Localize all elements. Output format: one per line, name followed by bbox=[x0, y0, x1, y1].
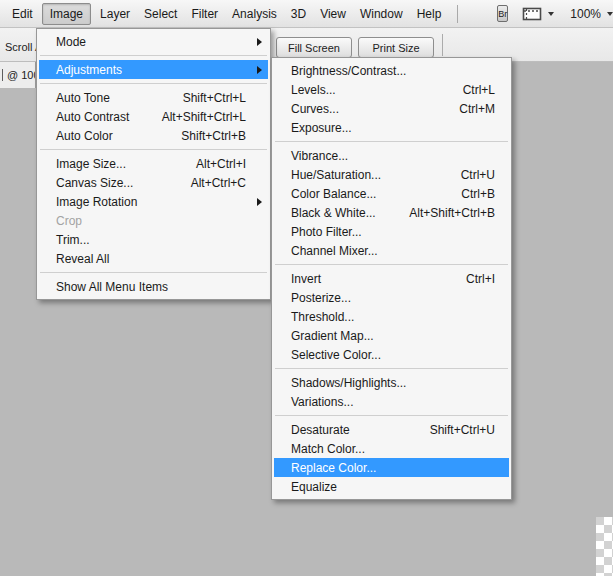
submenu-item-equalize[interactable]: Equalize bbox=[274, 477, 509, 496]
adjustments-submenu: Brightness/Contrast... Levels... Ctrl+L … bbox=[271, 57, 512, 500]
photoshop-window: Edit Image Layer Select Filter Analysis … bbox=[0, 0, 613, 576]
chevron-down-icon bbox=[607, 12, 613, 16]
menubar-item-layer[interactable]: Layer bbox=[93, 0, 137, 28]
submenu-item-gradient-map[interactable]: Gradient Map... bbox=[274, 326, 509, 345]
menu-item-auto-tone[interactable]: Auto Tone Shift+Ctrl+L bbox=[39, 88, 268, 107]
menubar-item-window[interactable]: Window bbox=[353, 0, 410, 28]
menubar-item-filter[interactable]: Filter bbox=[184, 0, 225, 28]
submenu-item-hue-saturation[interactable]: Hue/Saturation... Ctrl+U bbox=[274, 165, 509, 184]
submenu-item-exposure[interactable]: Exposure... bbox=[274, 118, 509, 137]
submenu-arrow-icon bbox=[257, 66, 262, 74]
submenu-item-shadows-highlights[interactable]: Shadows/Highlights... bbox=[274, 373, 509, 392]
submenu-item-replace-color[interactable]: Replace Color... bbox=[274, 458, 509, 477]
menu-separator bbox=[40, 79, 267, 88]
submenu-item-variations[interactable]: Variations... bbox=[274, 392, 509, 411]
menu-item-image-size[interactable]: Image Size... Alt+Ctrl+I bbox=[39, 154, 268, 173]
print-size-button[interactable]: Print Size bbox=[358, 37, 434, 58]
menu-bar: Edit Image Layer Select Filter Analysis … bbox=[0, 0, 613, 28]
submenu-item-brightness-contrast[interactable]: Brightness/Contrast... bbox=[274, 61, 509, 80]
zoom-level-value: 100% bbox=[570, 7, 601, 21]
menu-separator bbox=[275, 137, 508, 146]
submenu-arrow-icon bbox=[257, 198, 262, 206]
submenu-item-match-color[interactable]: Match Color... bbox=[274, 439, 509, 458]
launch-bridge-button[interactable]: Br bbox=[497, 5, 508, 22]
menu-separator bbox=[275, 411, 508, 420]
submenu-item-curves[interactable]: Curves... Ctrl+M bbox=[274, 99, 509, 118]
submenu-item-threshold[interactable]: Threshold... bbox=[274, 307, 509, 326]
menu-item-canvas-size[interactable]: Canvas Size... Alt+Ctrl+C bbox=[39, 173, 268, 192]
submenu-item-channel-mixer[interactable]: Channel Mixer... bbox=[274, 241, 509, 260]
menubar-item-help[interactable]: Help bbox=[410, 0, 449, 28]
menu-item-adjustments[interactable]: Adjustments bbox=[39, 60, 268, 79]
menu-item-mode[interactable]: Mode bbox=[39, 32, 268, 51]
menubar-item-edit[interactable]: Edit bbox=[5, 0, 40, 28]
chevron-down-icon bbox=[548, 12, 554, 16]
menubar-item-select[interactable]: Select bbox=[137, 0, 184, 28]
image-menu-dropdown: Mode Adjustments Auto Tone Shift+Ctrl+L … bbox=[36, 28, 271, 300]
menu-separator bbox=[275, 260, 508, 269]
submenu-arrow-icon bbox=[257, 38, 262, 46]
submenu-item-color-balance[interactable]: Color Balance... Ctrl+B bbox=[274, 184, 509, 203]
view-extras-icon bbox=[522, 6, 543, 22]
fill-screen-button[interactable]: Fill Screen bbox=[276, 37, 352, 58]
submenu-item-black-white[interactable]: Black & White... Alt+Shift+Ctrl+B bbox=[274, 203, 509, 222]
options-bar-divider bbox=[442, 34, 443, 56]
menu-separator bbox=[40, 145, 267, 154]
view-extras-dropdown[interactable] bbox=[522, 6, 554, 22]
menu-item-image-rotation[interactable]: Image Rotation bbox=[39, 192, 268, 211]
menu-item-crop: Crop bbox=[39, 211, 268, 230]
document-tab[interactable]: @ 100 bbox=[0, 62, 36, 88]
menu-separator bbox=[40, 51, 267, 60]
menu-item-auto-color[interactable]: Auto Color Shift+Ctrl+B bbox=[39, 126, 268, 145]
submenu-item-selective-color[interactable]: Selective Color... bbox=[274, 345, 509, 364]
menu-item-show-all-menu-items[interactable]: Show All Menu Items bbox=[39, 277, 268, 296]
menubar-item-view[interactable]: View bbox=[313, 0, 353, 28]
menubar-item-image[interactable]: Image bbox=[42, 3, 91, 25]
menu-item-reveal-all[interactable]: Reveal All bbox=[39, 249, 268, 268]
submenu-item-desaturate[interactable]: Desaturate Shift+Ctrl+U bbox=[274, 420, 509, 439]
menubar-item-3d[interactable]: 3D bbox=[284, 0, 313, 28]
zoom-level-dropdown[interactable]: 100% bbox=[570, 7, 613, 21]
submenu-item-posterize[interactable]: Posterize... bbox=[274, 288, 509, 307]
menu-separator bbox=[40, 268, 267, 277]
menu-item-auto-contrast[interactable]: Auto Contrast Alt+Shift+Ctrl+L bbox=[39, 107, 268, 126]
submenu-item-levels[interactable]: Levels... Ctrl+L bbox=[274, 80, 509, 99]
submenu-item-invert[interactable]: Invert Ctrl+I bbox=[274, 269, 509, 288]
submenu-item-vibrance[interactable]: Vibrance... bbox=[274, 146, 509, 165]
document-tab-label: @ 100 bbox=[2, 69, 36, 81]
transparency-checkerboard bbox=[596, 517, 613, 576]
menubar-item-analysis[interactable]: Analysis bbox=[225, 0, 284, 28]
menu-item-trim[interactable]: Trim... bbox=[39, 230, 268, 249]
menu-separator bbox=[275, 364, 508, 373]
submenu-item-photo-filter[interactable]: Photo Filter... bbox=[274, 222, 509, 241]
